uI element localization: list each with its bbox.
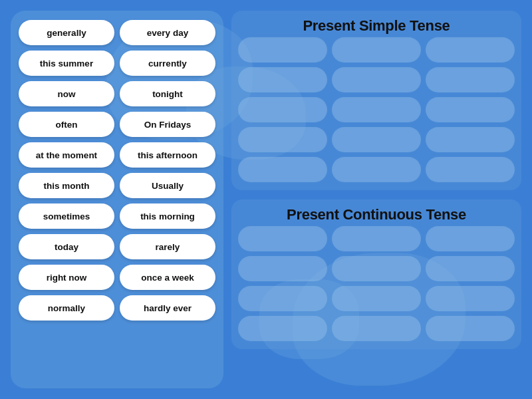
word-chip[interactable]: Usually xyxy=(120,173,215,198)
word-chip[interactable]: normally xyxy=(19,295,114,321)
word-chip[interactable]: On Fridays xyxy=(120,112,215,137)
present-continuous-drop-zone[interactable] xyxy=(238,226,327,251)
word-chip[interactable]: sometimes xyxy=(19,203,114,229)
word-chip[interactable]: this summer xyxy=(19,51,114,76)
word-chip[interactable]: once a week xyxy=(120,265,215,290)
word-chip[interactable]: now xyxy=(19,81,114,106)
present-continuous-drop-zone[interactable] xyxy=(426,226,515,251)
present-simple-section: Present Simple Tense xyxy=(231,11,521,190)
word-chip[interactable]: at the moment xyxy=(19,142,114,168)
present-simple-drop-zone[interactable] xyxy=(332,97,421,122)
word-chip[interactable]: tonight xyxy=(120,81,215,106)
word-chip[interactable]: currently xyxy=(120,51,215,76)
present-continuous-section: Present Continuous Tense xyxy=(231,200,521,349)
present-continuous-drop-zone[interactable] xyxy=(426,316,515,341)
present-simple-drop-zone[interactable] xyxy=(426,67,515,92)
present-continuous-drop-zone[interactable] xyxy=(332,256,421,281)
word-chip[interactable]: right now xyxy=(19,265,114,290)
word-chip[interactable]: this afternoon xyxy=(120,142,215,168)
word-chip[interactable]: today xyxy=(19,234,114,259)
present-simple-drop-zone[interactable] xyxy=(426,37,515,63)
present-continuous-drop-grid xyxy=(238,226,515,341)
present-simple-drop-zone[interactable] xyxy=(238,37,327,63)
present-continuous-title: Present Continuous Tense xyxy=(238,206,515,223)
present-simple-drop-zone[interactable] xyxy=(332,67,421,92)
present-simple-drop-zone[interactable] xyxy=(426,127,515,152)
word-chip[interactable]: every day xyxy=(120,20,215,45)
word-chips-panel: generallyevery daythis summercurrentlyno… xyxy=(11,11,223,388)
present-simple-drop-zone[interactable] xyxy=(426,157,515,182)
present-continuous-drop-zone[interactable] xyxy=(238,256,327,281)
present-simple-drop-zone[interactable] xyxy=(238,67,327,92)
present-simple-drop-zone[interactable] xyxy=(238,127,327,152)
present-continuous-drop-zone[interactable] xyxy=(238,316,327,341)
present-continuous-drop-zone[interactable] xyxy=(332,286,421,311)
present-simple-drop-zone[interactable] xyxy=(238,157,327,182)
present-simple-drop-zone[interactable] xyxy=(238,97,327,122)
present-simple-drop-grid xyxy=(238,37,515,182)
main-layout: generallyevery daythis summercurrentlyno… xyxy=(0,0,532,399)
word-chip[interactable]: rarely xyxy=(120,234,215,259)
present-simple-drop-zone[interactable] xyxy=(426,97,515,122)
right-panel: Present Simple Tense Present Continuous … xyxy=(231,11,521,388)
word-chip[interactable]: this month xyxy=(19,173,114,198)
present-continuous-drop-zone[interactable] xyxy=(238,286,327,311)
present-simple-title: Present Simple Tense xyxy=(238,17,515,35)
word-chip[interactable]: hardly ever xyxy=(120,295,215,321)
present-simple-drop-zone[interactable] xyxy=(332,127,421,152)
word-chip[interactable]: generally xyxy=(19,20,114,45)
present-continuous-drop-zone[interactable] xyxy=(332,316,421,341)
present-simple-drop-zone[interactable] xyxy=(332,157,421,182)
present-simple-drop-zone[interactable] xyxy=(332,37,421,63)
present-continuous-drop-zone[interactable] xyxy=(426,256,515,281)
present-continuous-drop-zone[interactable] xyxy=(426,286,515,311)
present-continuous-drop-zone[interactable] xyxy=(332,226,421,251)
word-chip[interactable]: this morning xyxy=(120,203,215,229)
word-chip[interactable]: often xyxy=(19,112,114,137)
